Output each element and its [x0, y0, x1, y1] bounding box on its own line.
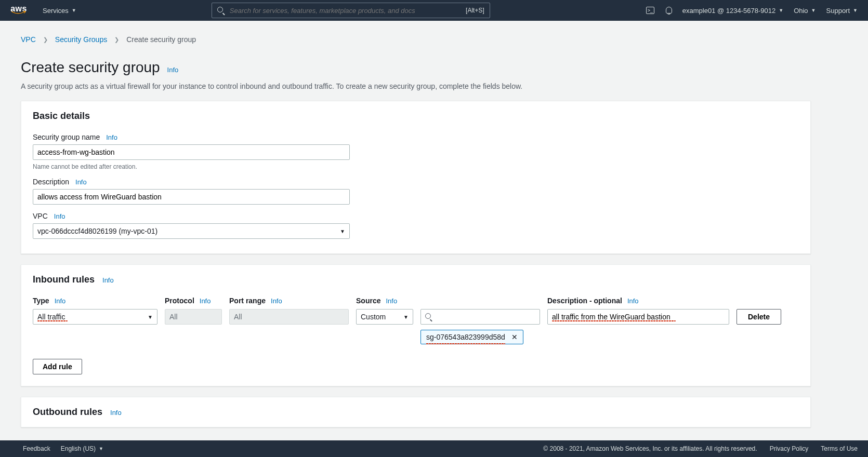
search-icon [425, 313, 432, 320]
sg-name-input[interactable] [33, 144, 350, 160]
chevron-down-icon: ▼ [72, 8, 76, 13]
rule-desc-input-wrap[interactable] [547, 309, 729, 325]
panel-outbound-rules: Outbound rules Info [21, 397, 811, 427]
field-vpc: VPC Info vpc-066dcccf4d8026199 (my-vpc-0… [33, 212, 799, 242]
rule-source-pill-text: sg-076543a823999d58d [426, 333, 505, 341]
chevron-down-icon: ▼ [779, 8, 783, 13]
global-search[interactable]: [Alt+S] [212, 3, 490, 18]
field-description: Description Info [33, 178, 799, 205]
breadcrumb: VPC ❯ Security Groups ❯ Create security … [21, 35, 811, 44]
desc-label: Description [33, 178, 69, 186]
feedback-link[interactable]: Feedback [23, 445, 50, 452]
main-scroll[interactable]: VPC ❯ Security Groups ❯ Create security … [0, 21, 868, 440]
account-label: example01 @ 1234-5678-9012 [682, 7, 775, 15]
chevron-down-icon: ▼ [811, 8, 816, 13]
copyright: © 2008 - 2021, Amazon Web Services, Inc.… [543, 445, 757, 452]
desc-input[interactable] [33, 189, 350, 205]
support-label: Support [826, 7, 850, 15]
vpc-select[interactable]: vpc-066dcccf4d8026199 (my-vpc-01) ▼ [33, 223, 350, 239]
vpc-label: VPC [33, 212, 48, 220]
panel-header-inbound: Inbound rules Info [21, 265, 810, 294]
rule-source-search-input[interactable] [436, 313, 535, 321]
rule-type-value: All traffic [37, 313, 65, 321]
rule-source-search[interactable] [420, 309, 540, 325]
services-label: Services [43, 7, 69, 15]
vpc-value: vpc-066dcccf4d8026199 (my-vpc-01) [37, 227, 157, 235]
inbound-header-text: Inbound rules [33, 274, 95, 285]
breadcrumb-security-groups[interactable]: Security Groups [55, 35, 107, 44]
desc-info[interactable]: Info [75, 178, 87, 186]
footer: Feedback English (US) ▼ © 2008 - 2021, A… [0, 440, 868, 457]
language-menu[interactable]: English (US) ▼ [61, 445, 103, 452]
chevron-down-icon: ▼ [340, 228, 345, 234]
inbound-columns: TypeInfo ProtocolInfo Port rangeInfo Sou… [33, 297, 799, 309]
panel-header-basic: Basic details [21, 101, 810, 131]
support-menu[interactable]: Support ▼ [826, 7, 858, 15]
sg-name-info[interactable]: Info [106, 133, 117, 141]
panel-inbound-rules: Inbound rules Info TypeInfo ProtocolInfo… [21, 264, 811, 386]
col-protocol: Protocol [165, 297, 194, 305]
breadcrumb-current: Create security group [126, 35, 196, 44]
aws-logo[interactable]: aws [10, 6, 27, 15]
col-protocol-info[interactable]: Info [200, 297, 211, 305]
col-source-info[interactable]: Info [386, 297, 397, 305]
outbound-info[interactable]: Info [110, 409, 122, 416]
region-menu[interactable]: Ohio ▼ [794, 7, 816, 15]
field-sg-name: Security group name Info Name cannot be … [33, 133, 799, 170]
rule-port-range: All [229, 309, 349, 325]
content: VPC ❯ Security Groups ❯ Create security … [0, 21, 832, 440]
chevron-down-icon: ▼ [853, 8, 858, 13]
col-port: Port range [229, 297, 266, 305]
services-menu[interactable]: Services ▼ [43, 7, 76, 15]
page-title: Create security group [21, 59, 160, 76]
bell-icon [665, 7, 672, 14]
breadcrumb-vpc[interactable]: VPC [21, 35, 36, 44]
search-input[interactable] [230, 7, 461, 15]
chevron-down-icon: ▼ [148, 314, 153, 320]
outbound-header-text: Outbound rules [33, 407, 102, 417]
rule-protocol: All [165, 309, 222, 325]
rule-desc-input[interactable] [552, 313, 725, 321]
page-subtitle: A security group acts as a virtual firew… [21, 82, 811, 90]
chevron-down-icon: ▼ [403, 314, 409, 320]
language-label: English (US) [61, 445, 96, 452]
page-info-link[interactable]: Info [167, 66, 179, 74]
delete-rule-button[interactable]: Delete [737, 309, 781, 325]
col-desc-info[interactable]: Info [627, 297, 639, 305]
search-icon [217, 7, 225, 14]
panel-header-outbound: Outbound rules Info [21, 397, 810, 427]
terms-link[interactable]: Terms of Use [821, 445, 858, 452]
vpc-info[interactable]: Info [54, 212, 65, 220]
chevron-right-icon: ❯ [43, 36, 48, 43]
privacy-link[interactable]: Privacy Policy [770, 445, 809, 452]
cloudshell-button[interactable]: >_ [646, 7, 654, 14]
account-menu[interactable]: example01 @ 1234-5678-9012 ▼ [682, 7, 783, 15]
col-source: Source [356, 297, 380, 305]
panel-basic-details: Basic details Security group name Info N… [21, 101, 811, 254]
rule-source-pill: sg-076543a823999d58d ✕ [420, 330, 523, 344]
region-label: Ohio [794, 7, 808, 15]
add-rule-button[interactable]: Add rule [33, 359, 82, 374]
col-desc: Description - optional [547, 297, 622, 305]
col-type-info[interactable]: Info [55, 297, 66, 305]
chevron-down-icon: ▼ [99, 446, 103, 451]
inbound-info[interactable]: Info [102, 276, 114, 284]
col-port-info[interactable]: Info [271, 297, 282, 305]
notifications-button[interactable] [665, 7, 672, 14]
rule-source-mode: Custom [361, 313, 386, 321]
sg-name-label: Security group name [33, 133, 100, 141]
cloudshell-icon: >_ [646, 7, 654, 14]
remove-pill-icon[interactable]: ✕ [511, 333, 518, 341]
chevron-right-icon: ❯ [114, 36, 119, 43]
rule-source-select[interactable]: Custom ▼ [356, 309, 413, 325]
top-nav: aws Services ▼ [Alt+S] >_ example01 @ 12… [0, 0, 868, 21]
inbound-rule-row: All traffic ▼ All All [33, 309, 799, 344]
rule-type-select[interactable]: All traffic ▼ [33, 309, 157, 325]
sg-name-hint: Name cannot be edited after creation. [33, 163, 799, 170]
search-shortcut: [Alt+S] [466, 7, 484, 14]
col-type: Type [33, 297, 49, 305]
